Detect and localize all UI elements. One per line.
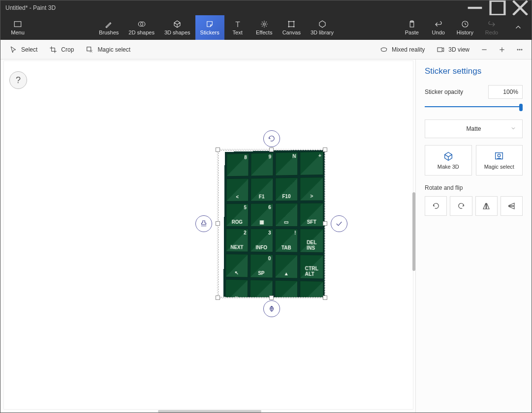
- window-controls: [464, 0, 532, 15]
- rotate-ccw-button[interactable]: [425, 196, 447, 216]
- zoom-out-button[interactable]: [475, 40, 493, 59]
- close-button[interactable]: [509, 0, 532, 15]
- resize-handle-bl[interactable]: [216, 295, 220, 300]
- resize-handle-ml[interactable]: [216, 221, 220, 226]
- rotate-cw-button[interactable]: [450, 196, 472, 216]
- 3d-library-tab[interactable]: 3D library: [306, 15, 339, 40]
- minimize-button[interactable]: [464, 0, 486, 15]
- brushes-label: Brushes: [99, 30, 119, 35]
- resize-handle-tm[interactable]: [269, 148, 274, 152]
- panel-title: Sticker settings: [425, 66, 523, 76]
- opacity-label: Sticker opacity: [425, 88, 463, 95]
- crop-tool[interactable]: Crop: [43, 40, 80, 59]
- svg-point-27: [521, 49, 522, 50]
- rotate-flip-label: Rotate and flip: [425, 184, 523, 191]
- stickers-label: Stickers: [200, 30, 219, 35]
- canvas-tab[interactable]: Canvas: [278, 15, 306, 40]
- tools-bar: Select Crop Magic select Mixed reality 3…: [0, 40, 532, 59]
- svg-rect-4: [14, 22, 21, 27]
- horizontal-scrollbar[interactable]: [158, 410, 261, 413]
- paste-button[interactable]: Paste: [399, 15, 425, 40]
- svg-point-7: [263, 23, 265, 26]
- magic-select-label: Magic select: [97, 46, 130, 53]
- make-3d-button[interactable]: Make 3D: [425, 145, 472, 176]
- chevron-down-icon: [510, 125, 516, 133]
- selection-outline: [218, 150, 325, 297]
- material-value: Matte: [466, 125, 481, 132]
- opacity-input[interactable]: 100%: [488, 85, 523, 99]
- effects-label: Effects: [256, 30, 272, 35]
- make-3d-label: Make 3D: [438, 164, 459, 170]
- resize-handle-br[interactable]: [323, 295, 327, 300]
- menu-label: Menu: [11, 30, 25, 35]
- stickers-tab[interactable]: Stickers: [195, 15, 224, 40]
- ribbon: Menu Brushes 2D shapes 3D shapes Sticker…: [0, 15, 532, 40]
- menu-button[interactable]: Menu: [0, 15, 35, 40]
- opacity-value: 100%: [503, 88, 518, 95]
- expand-ribbon-button[interactable]: [505, 15, 532, 40]
- select-tool[interactable]: Select: [3, 40, 43, 59]
- paste-label: Paste: [405, 30, 419, 35]
- svg-rect-1: [491, 1, 505, 15]
- mixed-reality-label: Mixed reality: [392, 46, 425, 53]
- redo-button[interactable]: Redo: [478, 15, 505, 40]
- mixed-reality-button[interactable]: Mixed reality: [374, 40, 431, 59]
- flip-vertical-button[interactable]: [501, 196, 523, 216]
- more-button[interactable]: [511, 40, 529, 59]
- material-select[interactable]: Matte: [425, 119, 523, 138]
- resize-handle-tr[interactable]: [323, 148, 327, 152]
- crop-label: Crop: [61, 46, 74, 53]
- 3d-shapes-label: 3D shapes: [164, 30, 190, 35]
- canvas-area[interactable]: ? 89N+ <F1F10> 5ROG6▦▭SFT 2NEXT3INFO!TAB…: [0, 59, 415, 413]
- flip-horizontal-button[interactable]: [475, 196, 498, 216]
- sticker-selection[interactable]: 89N+ <F1F10> 5ROG6▦▭SFT 2NEXT3INFO!TABDE…: [218, 150, 325, 297]
- title-bar: Untitled* - Paint 3D: [0, 0, 532, 15]
- window-title: Untitled* - Paint 3D: [5, 4, 56, 11]
- magic-select-tool[interactable]: Magic select: [80, 40, 136, 59]
- select-label: Select: [21, 46, 37, 53]
- canvas[interactable]: [3, 60, 413, 410]
- history-label: History: [457, 30, 473, 35]
- svg-rect-21: [438, 48, 442, 52]
- svg-rect-20: [87, 47, 91, 51]
- panel-magic-select-label: Magic select: [484, 164, 514, 170]
- vertical-scrollbar[interactable]: [412, 192, 415, 271]
- resize-handle-mr[interactable]: [323, 221, 327, 226]
- text-label: Text: [233, 30, 243, 35]
- svg-point-25: [517, 49, 518, 50]
- 2d-shapes-label: 2D shapes: [128, 30, 155, 35]
- svg-point-29: [498, 154, 501, 157]
- 3d-shapes-tab[interactable]: 3D shapes: [159, 15, 195, 40]
- slider-track: [425, 106, 523, 107]
- opacity-slider[interactable]: [425, 103, 523, 111]
- stamp-button[interactable]: [195, 215, 212, 232]
- panel-magic-select-button[interactable]: Magic select: [476, 145, 523, 176]
- redo-label: Redo: [485, 30, 498, 35]
- svg-point-26: [519, 49, 520, 50]
- slider-thumb[interactable]: [519, 104, 523, 111]
- text-tab[interactable]: Text: [224, 15, 251, 40]
- 3d-view-label: 3D view: [448, 46, 469, 53]
- svg-rect-8: [289, 22, 294, 27]
- side-panel: Sticker settings Sticker opacity 100% Ma…: [415, 59, 532, 413]
- help-button[interactable]: ?: [9, 71, 27, 89]
- resize-handle-bm[interactable]: [269, 295, 274, 300]
- main-area: ? 89N+ <F1F10> 5ROG6▦▭SFT 2NEXT3INFO!TAB…: [0, 59, 532, 413]
- brushes-tab[interactable]: Brushes: [94, 15, 124, 40]
- 3d-view-button[interactable]: 3D view: [431, 40, 475, 59]
- maximize-button[interactable]: [486, 0, 509, 15]
- canvas-label: Canvas: [282, 30, 301, 35]
- 3d-library-label: 3D library: [311, 30, 334, 35]
- effects-tab[interactable]: Effects: [251, 15, 278, 40]
- resize-handle-tl[interactable]: [216, 148, 220, 152]
- zoom-in-button[interactable]: [493, 40, 511, 59]
- 2d-shapes-tab[interactable]: 2D shapes: [124, 15, 159, 40]
- undo-label: Undo: [432, 30, 445, 35]
- history-button[interactable]: History: [452, 15, 478, 40]
- commit-button[interactable]: [331, 215, 347, 232]
- undo-button[interactable]: Undo: [425, 15, 452, 40]
- make-3d-handle[interactable]: [263, 300, 280, 317]
- rotate-handle[interactable]: [263, 130, 280, 147]
